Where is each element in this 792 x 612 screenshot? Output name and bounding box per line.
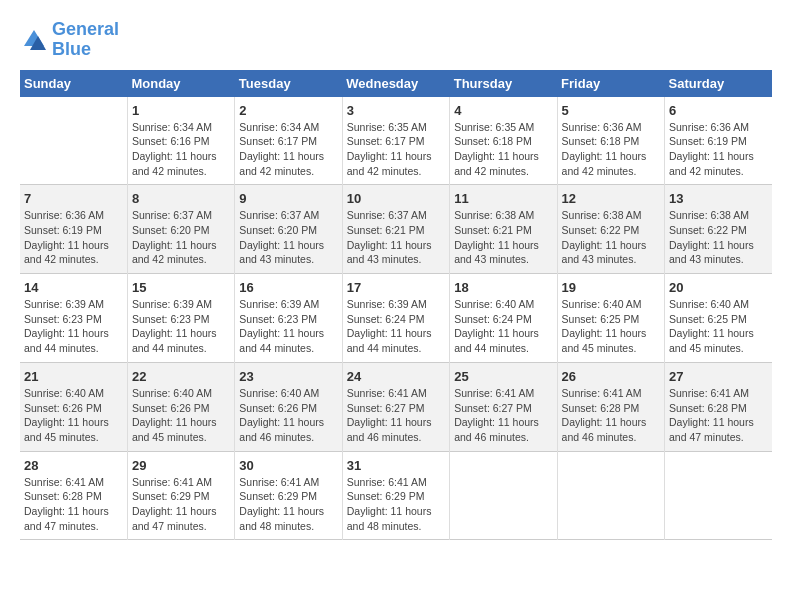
calendar-day-27: 27Sunrise: 6:41 AM Sunset: 6:28 PM Dayli… bbox=[665, 362, 772, 451]
day-info: Sunrise: 6:40 AM Sunset: 6:26 PM Dayligh… bbox=[239, 386, 337, 445]
calendar-week-1: 1Sunrise: 6:34 AM Sunset: 6:16 PM Daylig… bbox=[20, 97, 772, 185]
logo-general: General bbox=[52, 19, 119, 39]
day-info: Sunrise: 6:40 AM Sunset: 6:25 PM Dayligh… bbox=[669, 297, 768, 356]
day-info: Sunrise: 6:35 AM Sunset: 6:17 PM Dayligh… bbox=[347, 120, 445, 179]
day-number: 19 bbox=[562, 280, 660, 295]
calendar-day-6: 6Sunrise: 6:36 AM Sunset: 6:19 PM Daylig… bbox=[665, 97, 772, 185]
day-info: Sunrise: 6:41 AM Sunset: 6:29 PM Dayligh… bbox=[132, 475, 230, 534]
calendar-day-19: 19Sunrise: 6:40 AM Sunset: 6:25 PM Dayli… bbox=[557, 274, 664, 363]
day-info: Sunrise: 6:41 AM Sunset: 6:27 PM Dayligh… bbox=[454, 386, 552, 445]
calendar-day-11: 11Sunrise: 6:38 AM Sunset: 6:21 PM Dayli… bbox=[450, 185, 557, 274]
day-info: Sunrise: 6:39 AM Sunset: 6:24 PM Dayligh… bbox=[347, 297, 445, 356]
day-info: Sunrise: 6:41 AM Sunset: 6:28 PM Dayligh… bbox=[562, 386, 660, 445]
day-info: Sunrise: 6:41 AM Sunset: 6:28 PM Dayligh… bbox=[24, 475, 123, 534]
calendar-day-23: 23Sunrise: 6:40 AM Sunset: 6:26 PM Dayli… bbox=[235, 362, 342, 451]
calendar-day-21: 21Sunrise: 6:40 AM Sunset: 6:26 PM Dayli… bbox=[20, 362, 127, 451]
calendar-day-7: 7Sunrise: 6:36 AM Sunset: 6:19 PM Daylig… bbox=[20, 185, 127, 274]
day-number: 12 bbox=[562, 191, 660, 206]
day-number: 2 bbox=[239, 103, 337, 118]
calendar-day-9: 9Sunrise: 6:37 AM Sunset: 6:20 PM Daylig… bbox=[235, 185, 342, 274]
calendar-day-10: 10Sunrise: 6:37 AM Sunset: 6:21 PM Dayli… bbox=[342, 185, 449, 274]
day-number: 13 bbox=[669, 191, 768, 206]
page-header: General Blue bbox=[20, 20, 772, 60]
calendar-day-5: 5Sunrise: 6:36 AM Sunset: 6:18 PM Daylig… bbox=[557, 97, 664, 185]
calendar-day-25: 25Sunrise: 6:41 AM Sunset: 6:27 PM Dayli… bbox=[450, 362, 557, 451]
calendar-week-5: 28Sunrise: 6:41 AM Sunset: 6:28 PM Dayli… bbox=[20, 451, 772, 540]
day-info: Sunrise: 6:37 AM Sunset: 6:20 PM Dayligh… bbox=[239, 208, 337, 267]
day-number: 20 bbox=[669, 280, 768, 295]
calendar-day-8: 8Sunrise: 6:37 AM Sunset: 6:20 PM Daylig… bbox=[127, 185, 234, 274]
day-info: Sunrise: 6:35 AM Sunset: 6:18 PM Dayligh… bbox=[454, 120, 552, 179]
day-number: 7 bbox=[24, 191, 123, 206]
calendar-week-2: 7Sunrise: 6:36 AM Sunset: 6:19 PM Daylig… bbox=[20, 185, 772, 274]
header-wednesday: Wednesday bbox=[342, 70, 449, 97]
calendar-day-2: 2Sunrise: 6:34 AM Sunset: 6:17 PM Daylig… bbox=[235, 97, 342, 185]
day-info: Sunrise: 6:36 AM Sunset: 6:18 PM Dayligh… bbox=[562, 120, 660, 179]
day-number: 9 bbox=[239, 191, 337, 206]
day-number: 1 bbox=[132, 103, 230, 118]
day-number: 25 bbox=[454, 369, 552, 384]
day-info: Sunrise: 6:41 AM Sunset: 6:27 PM Dayligh… bbox=[347, 386, 445, 445]
calendar-week-4: 21Sunrise: 6:40 AM Sunset: 6:26 PM Dayli… bbox=[20, 362, 772, 451]
calendar-day-16: 16Sunrise: 6:39 AM Sunset: 6:23 PM Dayli… bbox=[235, 274, 342, 363]
calendar-day-20: 20Sunrise: 6:40 AM Sunset: 6:25 PM Dayli… bbox=[665, 274, 772, 363]
day-info: Sunrise: 6:39 AM Sunset: 6:23 PM Dayligh… bbox=[239, 297, 337, 356]
day-info: Sunrise: 6:40 AM Sunset: 6:26 PM Dayligh… bbox=[24, 386, 123, 445]
calendar-day-24: 24Sunrise: 6:41 AM Sunset: 6:27 PM Dayli… bbox=[342, 362, 449, 451]
logo-blue: Blue bbox=[52, 39, 91, 59]
day-number: 15 bbox=[132, 280, 230, 295]
calendar-day-1: 1Sunrise: 6:34 AM Sunset: 6:16 PM Daylig… bbox=[127, 97, 234, 185]
calendar-day-17: 17Sunrise: 6:39 AM Sunset: 6:24 PM Dayli… bbox=[342, 274, 449, 363]
logo-icon bbox=[20, 26, 48, 54]
day-number: 28 bbox=[24, 458, 123, 473]
day-info: Sunrise: 6:34 AM Sunset: 6:16 PM Dayligh… bbox=[132, 120, 230, 179]
calendar-day-4: 4Sunrise: 6:35 AM Sunset: 6:18 PM Daylig… bbox=[450, 97, 557, 185]
calendar-day-22: 22Sunrise: 6:40 AM Sunset: 6:26 PM Dayli… bbox=[127, 362, 234, 451]
day-info: Sunrise: 6:36 AM Sunset: 6:19 PM Dayligh… bbox=[669, 120, 768, 179]
day-number: 11 bbox=[454, 191, 552, 206]
day-info: Sunrise: 6:38 AM Sunset: 6:22 PM Dayligh… bbox=[669, 208, 768, 267]
calendar-empty bbox=[450, 451, 557, 540]
header-sunday: Sunday bbox=[20, 70, 127, 97]
calendar-day-28: 28Sunrise: 6:41 AM Sunset: 6:28 PM Dayli… bbox=[20, 451, 127, 540]
logo: General Blue bbox=[20, 20, 119, 60]
calendar-table: SundayMondayTuesdayWednesdayThursdayFrid… bbox=[20, 70, 772, 541]
calendar-empty bbox=[557, 451, 664, 540]
calendar-day-13: 13Sunrise: 6:38 AM Sunset: 6:22 PM Dayli… bbox=[665, 185, 772, 274]
calendar-header-row: SundayMondayTuesdayWednesdayThursdayFrid… bbox=[20, 70, 772, 97]
day-info: Sunrise: 6:40 AM Sunset: 6:26 PM Dayligh… bbox=[132, 386, 230, 445]
day-info: Sunrise: 6:40 AM Sunset: 6:25 PM Dayligh… bbox=[562, 297, 660, 356]
day-info: Sunrise: 6:39 AM Sunset: 6:23 PM Dayligh… bbox=[132, 297, 230, 356]
day-info: Sunrise: 6:36 AM Sunset: 6:19 PM Dayligh… bbox=[24, 208, 123, 267]
day-number: 21 bbox=[24, 369, 123, 384]
day-number: 26 bbox=[562, 369, 660, 384]
day-number: 6 bbox=[669, 103, 768, 118]
day-info: Sunrise: 6:38 AM Sunset: 6:22 PM Dayligh… bbox=[562, 208, 660, 267]
calendar-day-14: 14Sunrise: 6:39 AM Sunset: 6:23 PM Dayli… bbox=[20, 274, 127, 363]
day-number: 31 bbox=[347, 458, 445, 473]
day-number: 24 bbox=[347, 369, 445, 384]
day-number: 8 bbox=[132, 191, 230, 206]
calendar-day-15: 15Sunrise: 6:39 AM Sunset: 6:23 PM Dayli… bbox=[127, 274, 234, 363]
calendar-day-31: 31Sunrise: 6:41 AM Sunset: 6:29 PM Dayli… bbox=[342, 451, 449, 540]
day-number: 29 bbox=[132, 458, 230, 473]
day-info: Sunrise: 6:34 AM Sunset: 6:17 PM Dayligh… bbox=[239, 120, 337, 179]
header-tuesday: Tuesday bbox=[235, 70, 342, 97]
day-number: 30 bbox=[239, 458, 337, 473]
day-number: 4 bbox=[454, 103, 552, 118]
day-number: 16 bbox=[239, 280, 337, 295]
day-number: 27 bbox=[669, 369, 768, 384]
day-number: 17 bbox=[347, 280, 445, 295]
calendar-day-12: 12Sunrise: 6:38 AM Sunset: 6:22 PM Dayli… bbox=[557, 185, 664, 274]
day-number: 18 bbox=[454, 280, 552, 295]
calendar-day-3: 3Sunrise: 6:35 AM Sunset: 6:17 PM Daylig… bbox=[342, 97, 449, 185]
day-info: Sunrise: 6:37 AM Sunset: 6:20 PM Dayligh… bbox=[132, 208, 230, 267]
day-info: Sunrise: 6:40 AM Sunset: 6:24 PM Dayligh… bbox=[454, 297, 552, 356]
header-thursday: Thursday bbox=[450, 70, 557, 97]
header-monday: Monday bbox=[127, 70, 234, 97]
day-info: Sunrise: 6:41 AM Sunset: 6:29 PM Dayligh… bbox=[347, 475, 445, 534]
day-number: 10 bbox=[347, 191, 445, 206]
day-number: 23 bbox=[239, 369, 337, 384]
day-info: Sunrise: 6:41 AM Sunset: 6:28 PM Dayligh… bbox=[669, 386, 768, 445]
calendar-day-30: 30Sunrise: 6:41 AM Sunset: 6:29 PM Dayli… bbox=[235, 451, 342, 540]
